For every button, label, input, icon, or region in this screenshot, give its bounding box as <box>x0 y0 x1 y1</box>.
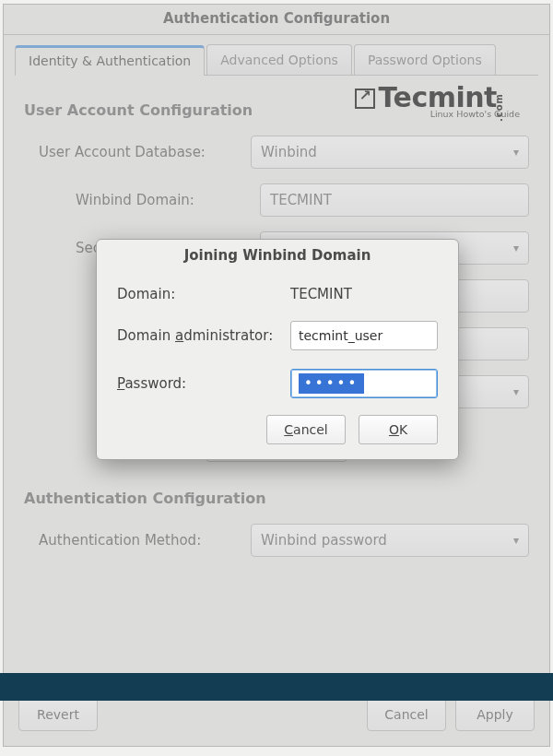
tab-password-options[interactable]: Password Options <box>354 44 496 75</box>
modal-row-admin: Domain administrator: tecmint_user <box>97 312 458 360</box>
modal-label-password: Password: <box>117 375 283 392</box>
modal-row-domain: Domain: TECMINT <box>97 277 458 312</box>
chevron-down-icon: ▾ <box>513 385 519 398</box>
section-authentication-configuration: Authentication Configuration <box>24 490 529 507</box>
chevron-down-icon: ▾ <box>513 242 519 254</box>
password-mask: ••••• <box>299 373 364 394</box>
modal-label-domain: Domain: <box>117 286 283 302</box>
authconfig-window: Authentication Configuration Identity & … <box>3 4 550 747</box>
input-winbind-domain[interactable]: TECMINT <box>260 183 529 217</box>
tab-identity-authentication[interactable]: Identity & Authentication <box>15 45 205 76</box>
label-user-account-database: User Account Database: <box>39 144 251 160</box>
window-title: Authentication Configuration <box>4 5 549 35</box>
modal-title: Joining Winbind Domain <box>97 240 458 277</box>
modal-row-password: Password: ••••• <box>97 360 458 408</box>
modal-value-domain: TECMINT <box>290 286 352 302</box>
joining-winbind-domain-dialog: Joining Winbind Domain Domain: TECMINT D… <box>96 239 459 460</box>
row-user-account-database: User Account Database: Winbind ▾ <box>24 136 529 169</box>
input-winbind-domain-value: TECMINT <box>270 192 332 208</box>
modal-ok-button[interactable]: OK <box>359 415 438 444</box>
label-winbind-domain: Winbind Domain: <box>39 192 260 208</box>
select-user-account-database-value: Winbind <box>261 144 317 160</box>
label-authentication-method: Authentication Method: <box>39 532 251 549</box>
tab-advanced-options[interactable]: Advanced Options <box>206 44 352 75</box>
select-authentication-method[interactable]: Winbind password ▾ <box>251 524 529 557</box>
select-user-account-database[interactable]: Winbind ▾ <box>251 136 529 169</box>
expand-icon <box>355 89 375 109</box>
modal-label-admin: Domain administrator: <box>117 327 283 344</box>
modal-cancel-button[interactable]: Cancel <box>266 415 346 444</box>
revert-button[interactable]: Revert <box>18 698 98 731</box>
select-authentication-method-value: Winbind password <box>261 532 387 549</box>
page-footer-stripe <box>0 673 553 701</box>
apply-button[interactable]: Apply <box>455 698 535 731</box>
password-input[interactable]: ••••• <box>290 369 438 398</box>
chevron-down-icon: ▾ <box>513 146 519 159</box>
cancel-button[interactable]: Cancel <box>367 698 446 731</box>
row-winbind-domain: Winbind Domain: TECMINT <box>24 183 529 217</box>
tab-row: Identity & Authentication Advanced Optio… <box>4 35 549 75</box>
domain-administrator-value: tecmint_user <box>299 328 382 343</box>
domain-administrator-input[interactable]: tecmint_user <box>290 321 438 350</box>
row-authentication-method: Authentication Method: Winbind password … <box>24 524 529 557</box>
watermark-suffix: .com <box>495 93 504 122</box>
tecmint-watermark: Tecmint.com Linux Howto's Guide <box>355 84 524 119</box>
modal-button-row: Cancel OK <box>97 408 458 444</box>
chevron-down-icon: ▾ <box>513 534 519 547</box>
